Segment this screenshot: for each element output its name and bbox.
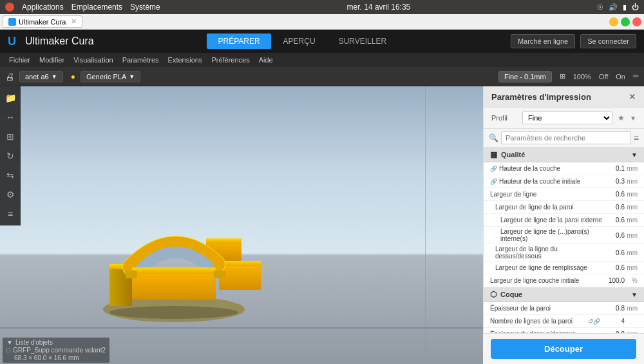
section-header-quality[interactable]: ▦ Qualité ▼ bbox=[484, 148, 644, 162]
menu-preferences[interactable]: Préférences bbox=[207, 55, 253, 65]
quality-section-icon: ▦ bbox=[490, 150, 497, 159]
cura-header-right: Marché en ligne Se connecter bbox=[511, 34, 636, 48]
viewport-3d[interactable]: 📁 ↔ ⊞ ↻ ⇆ ⚙ ≡ ▼ Liste d'objets □ GRFP_Su… bbox=[0, 86, 483, 364]
scale-tool-button[interactable]: ⊞ bbox=[1, 128, 19, 146]
object-list-icon: ▼ bbox=[6, 339, 13, 346]
preview-tab[interactable]: APERÇU bbox=[272, 34, 327, 49]
battery-icon: ▮ bbox=[623, 3, 627, 12]
setting-label: Largeur de la ligne du dessus/dessous bbox=[495, 245, 602, 260]
settings-panel-close-button[interactable]: ✕ bbox=[629, 91, 636, 102]
app-icon bbox=[5, 3, 14, 12]
menu-modifier[interactable]: Modifier bbox=[35, 55, 68, 65]
setting-value: 0.6 bbox=[602, 232, 625, 239]
setting-row-largeur-couche-initiale: Largeur de ligne couche initiale 100.0 % bbox=[484, 274, 644, 287]
setting-value: 0.6 bbox=[602, 191, 625, 198]
market-button[interactable]: Marché en ligne bbox=[511, 34, 575, 48]
cura-logo: U bbox=[8, 35, 16, 48]
support-tool-button[interactable]: ⚙ bbox=[1, 186, 19, 204]
printer-chevron-icon: ▼ bbox=[52, 73, 57, 80]
mirror-tool-button[interactable]: ⇆ bbox=[1, 166, 19, 184]
setting-row-largeur-remplissage: Largeur de ligne de remplissage 0.6 mm bbox=[484, 262, 644, 274]
close-button[interactable] bbox=[632, 17, 641, 26]
cura-name: Ultimaker Cura bbox=[25, 35, 94, 47]
svg-rect-10 bbox=[214, 271, 225, 278]
setting-row-largeur-ligne: Largeur de ligne 0.6 mm bbox=[484, 188, 644, 201]
tab-close-icon[interactable]: ✕ bbox=[71, 17, 77, 26]
setting-unit: mm bbox=[625, 216, 638, 224]
setting-unit: mm bbox=[625, 204, 638, 211]
svg-rect-8 bbox=[132, 267, 216, 274]
menu-parametres[interactable]: Paramètres bbox=[118, 55, 163, 65]
material-chevron-icon: ▼ bbox=[129, 73, 135, 80]
setting-value: 0.6 bbox=[602, 216, 625, 224]
setting-unit: mm bbox=[625, 305, 638, 312]
monitor-tab[interactable]: SURVEILLER bbox=[328, 34, 397, 49]
systeme-menu[interactable]: Système bbox=[130, 3, 160, 12]
printer-selector[interactable]: anet a6 ▼ bbox=[19, 71, 63, 82]
setting-label: Largeur de ligne bbox=[490, 191, 602, 198]
setting-value: 100.0 bbox=[602, 277, 625, 284]
material-name: Generic PLA bbox=[86, 73, 126, 81]
setting-row-hauteur-couche: 🔗 Hauteur de la couche 0.1 mm bbox=[484, 162, 644, 175]
quality-badge[interactable]: Fine - 0.1mm bbox=[498, 71, 552, 82]
svg-point-11 bbox=[109, 306, 238, 319]
per-model-settings-button[interactable]: ≡ bbox=[1, 205, 19, 223]
object-list-text: Liste d'objets bbox=[15, 339, 53, 346]
profil-star-icon[interactable]: ★ bbox=[618, 113, 625, 122]
profil-select[interactable]: Fine bbox=[522, 111, 612, 124]
coque-section-icon: ⬡ bbox=[490, 290, 497, 299]
minimize-button[interactable] bbox=[609, 17, 618, 26]
tab-label: Ultimaker Cura bbox=[19, 18, 66, 26]
slice-bar: Découper bbox=[483, 333, 644, 364]
search-input[interactable] bbox=[501, 131, 631, 144]
tab-cura[interactable]: Ultimaker Cura ✕ bbox=[3, 15, 82, 28]
object-info-panel: ▼ Liste d'objets □ GRFP_Supp commande vo… bbox=[3, 338, 109, 363]
maximize-button[interactable] bbox=[621, 17, 630, 26]
menu-aide[interactable]: Aide bbox=[255, 55, 277, 65]
coque-chevron-icon: ▼ bbox=[631, 291, 638, 298]
quality-chevron-icon: ▼ bbox=[631, 151, 638, 158]
settings-edit-icon[interactable]: ✏ bbox=[633, 72, 639, 81]
search-menu-icon[interactable]: ≡ bbox=[634, 133, 639, 143]
emplacements-menu[interactable]: Emplacements bbox=[71, 3, 122, 12]
setting-row-largeur-dessus: Largeur de la ligne du dessus/dessous 0.… bbox=[484, 244, 644, 262]
section-header-coque[interactable]: ⬡ Coque ▼ bbox=[484, 287, 644, 302]
material-selector[interactable]: Generic PLA ▼ bbox=[80, 71, 140, 82]
system-bar: Applications Emplacements Système mer. 1… bbox=[0, 0, 644, 14]
quality-info: Fine - 0.1mm ⊞ 100% Off On ✏ bbox=[498, 71, 639, 82]
setting-value: 0.6 bbox=[602, 204, 625, 211]
link-icon: 🔗 bbox=[490, 166, 497, 172]
object-dimensions: 68.3 × 60.0 × 16.6 mm bbox=[6, 354, 106, 361]
settings-panel: Paramètres d'impression ✕ Profil Fine ★ … bbox=[483, 86, 644, 364]
setting-value: 0.6 bbox=[602, 264, 625, 271]
bluetooth-icon: ☉ bbox=[597, 3, 603, 12]
prepare-tab[interactable]: PRÉPARER bbox=[207, 34, 270, 49]
setting-unit: mm bbox=[625, 191, 638, 198]
slice-button[interactable]: Découper bbox=[491, 339, 636, 359]
setting-unit: % bbox=[625, 277, 638, 284]
menu-extensions[interactable]: Extensions bbox=[164, 55, 207, 65]
rotate-tool-button[interactable]: ↻ bbox=[1, 147, 19, 165]
menu-visualisation[interactable]: Visualisation bbox=[70, 55, 117, 65]
scale-value: 100% bbox=[573, 73, 591, 81]
quality-section-label: Qualité bbox=[501, 151, 525, 158]
system-tray: ☉ 🔊 ▮ ⏻ bbox=[597, 3, 639, 12]
applications-menu[interactable]: Applications bbox=[22, 3, 64, 12]
settings-scroll[interactable]: ▦ Qualité ▼ 🔗 Hauteur de la couche 0.1 m… bbox=[484, 148, 644, 341]
coque-section-label: Coque bbox=[500, 291, 522, 298]
reset-icon[interactable]: ↺ bbox=[588, 318, 593, 325]
setting-value: 0.6 bbox=[602, 249, 625, 256]
object-filename: GRFP_Supp commande volant2 bbox=[13, 347, 106, 354]
settings-panel-header: Paramètres d'impression ✕ bbox=[484, 86, 644, 108]
setting-label: Nombre de lignes de la paroi bbox=[490, 318, 587, 325]
move-tool-button[interactable]: ↔ bbox=[1, 108, 19, 126]
material-icon: ● bbox=[71, 72, 75, 81]
cura-header: U Ultimaker Cura PRÉPARER APERÇU SURVEIL… bbox=[0, 30, 644, 53]
setting-row-epaisseur-paroi: Épaisseur de la paroi 0.8 mm bbox=[484, 302, 644, 315]
menu-fichier[interactable]: Fichier bbox=[5, 55, 34, 65]
power-icon: ⏻ bbox=[632, 3, 639, 11]
profil-chevron-icon[interactable]: ▼ bbox=[630, 115, 636, 122]
open-file-button[interactable]: 📁 bbox=[1, 89, 19, 107]
setting-label: Largeur de ligne de remplissage bbox=[495, 264, 602, 271]
signin-button[interactable]: Se connecter bbox=[580, 34, 636, 48]
